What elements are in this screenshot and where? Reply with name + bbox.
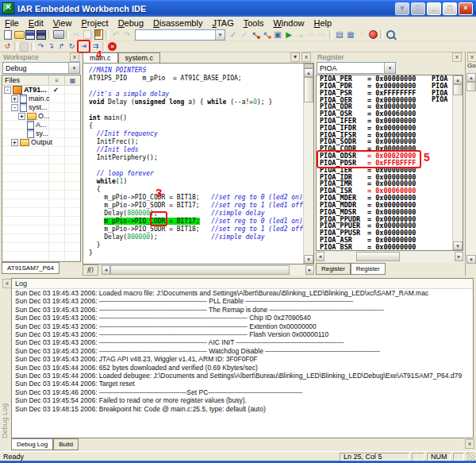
multi-window-icon[interactable]: ▦ [345,29,356,40]
cut-icon[interactable]: ✂ [71,29,82,40]
save[interactable] [25,29,36,40]
run-to-cursor-icon[interactable]: ⇥ [77,40,90,53]
scroll-right-icon[interactable]: ► [455,252,463,261]
print[interactable] [53,29,64,40]
menu-debug[interactable]: Debug [113,18,148,28]
chevron-down-icon[interactable]: ▼ [384,63,395,73]
stop-debugging-icon[interactable]: × [107,41,117,52]
scroll-track[interactable] [290,265,305,275]
tab-systemc[interactable]: system.c [118,52,161,63]
tree-item-o[interactable]: +O... [2,112,80,121]
chevron-down-icon[interactable]: ▾ [290,52,300,62]
collapse-icon[interactable]: - [11,104,18,111]
expand-icon[interactable]: + [11,95,18,102]
scroll-left-icon[interactable]: ◄ [102,265,110,275]
chevron-down-icon[interactable]: ▼ [68,63,79,73]
scroll-down-icon[interactable]: ▼ [453,241,463,250]
open-file[interactable] [13,29,25,40]
menu-window[interactable]: Window [268,18,309,28]
register-close-icon[interactable]: x [452,52,462,62]
register-vertical-scrollbar[interactable]: ▲ ▼ [452,75,463,250]
expand-icon[interactable]: + [18,113,25,120]
tree-item-sy[interactable]: sy... [2,129,80,138]
tree-item-output[interactable]: +Output [2,138,80,147]
workspace-tab[interactable]: AT91SAM7_P64 [2,262,60,274]
menu-edit[interactable]: Edit [24,18,48,28]
close-icon[interactable]: x [467,52,476,62]
side-vertical-scrollbar[interactable]: ▲ ▼ [466,73,476,264]
next-statement-icon[interactable]: ↻ [67,41,77,52]
next-bookmark-icon[interactable]: ✓ [239,29,250,40]
scroll-right-icon[interactable]: ► [305,265,314,275]
editor-window-icon[interactable]: ▤ [334,29,345,40]
copy-icon[interactable] [82,29,93,40]
tree-item-at91[interactable]: -AT91...✓ [2,86,80,95]
function-list-button[interactable]: f() [83,264,98,276]
editor-vertical-scrollbar[interactable]: ▲ ▼ [303,64,313,264]
menu-disassembly[interactable]: Disassembly [148,18,207,28]
menu-project[interactable]: Project [76,18,113,28]
menu-tools[interactable]: Tools [239,18,269,28]
scroll-thumb[interactable] [356,252,400,261]
menu-file[interactable]: File [0,18,24,28]
scroll-down-icon[interactable]: ▼ [466,255,476,264]
scroll-thumb[interactable] [453,84,463,95]
minimize-button[interactable]: _ [427,2,441,15]
close-button[interactable]: × [459,2,473,15]
scroll-down-icon[interactable]: ▼ [304,255,313,264]
toggle-bookmark-icon[interactable]: ✓ [228,29,239,40]
editor-horizontal-scrollbar[interactable]: ◄ ► [102,265,314,275]
expand-icon[interactable]: + [11,139,18,146]
sort-icon[interactable]: ≡ [48,75,64,85]
workspace-close-icon[interactable]: x [70,52,79,62]
scroll-track[interactable] [466,91,476,255]
paste-icon[interactable] [93,29,104,40]
collapse-icon[interactable]: - [4,87,11,94]
quick-search-combo[interactable]: ▼ [135,29,225,41]
step-into-icon[interactable]: ↴ [46,41,56,52]
toggle-breakpoint-icon[interactable] [367,29,378,40]
goto-reference-icon[interactable]: ↖ [261,29,272,40]
close-window-icon[interactable]: × [356,29,367,40]
scroll-thumb[interactable] [304,77,313,102]
download-and-debug-icon[interactable]: ▶ [283,29,294,40]
register-group-combo[interactable]: PIOA ▼ [317,62,396,74]
menu-jtag[interactable]: JTAG [207,18,238,28]
scroll-thumb[interactable] [466,82,476,91]
reset-icon[interactable]: ↺ [2,41,13,52]
menu-help[interactable]: Help [309,18,337,28]
go-icon[interactable]: → [294,29,305,40]
tree-item-a[interactable]: A... [2,121,80,129]
tab-register[interactable]: Register [351,263,386,275]
save-all[interactable] [36,29,47,40]
new-document[interactable] [2,29,13,40]
break-icon[interactable] [19,41,29,52]
register-row[interactable]: PIOA_BSR= 0x00000000 [317,244,452,251]
scroll-up-icon[interactable]: ▲ [466,73,476,82]
maximize-button[interactable]: □ [443,2,457,15]
tree-item-syst[interactable]: -syst... [2,103,80,112]
scroll-track[interactable] [304,102,313,255]
scroll-left-icon[interactable]: ◄ [316,252,324,261]
step-over-icon[interactable]: ↷ [36,41,46,52]
tab-register[interactable]: Register [316,263,351,275]
code-editor[interactable]: //MAIN POINTERSAT91PS_PIO m_pPio = AT91C… [83,63,314,264]
tree-item-mainc[interactable]: +main.c [2,95,80,103]
menu-view[interactable]: View [48,18,77,28]
restore-pane-button[interactable]: □ [411,2,425,15]
workspace-window-icon[interactable]: ▣ [272,29,283,40]
register-horizontal-scrollbar[interactable]: ◄ ► [316,252,463,262]
shade-button[interactable]: ▾ [395,2,409,15]
goto-definition-icon[interactable]: ↖ [250,29,261,40]
resize-grip[interactable] [466,452,475,461]
navigate-back-icon[interactable]: ⇦ [305,29,317,40]
workspace-config-combo[interactable]: Debug ▼ [2,62,80,74]
undo-icon[interactable]: ↶ [110,29,121,40]
scroll-up-icon[interactable]: ▲ [453,75,463,84]
scroll-up-icon[interactable]: ▲ [304,68,313,77]
scroll-thumb[interactable] [110,265,290,275]
tab-build[interactable]: Build [53,438,79,450]
scroll-track[interactable] [324,252,356,262]
options-grid-icon[interactable]: ▦ [64,75,80,85]
redo-icon[interactable]: ↷ [121,29,132,40]
